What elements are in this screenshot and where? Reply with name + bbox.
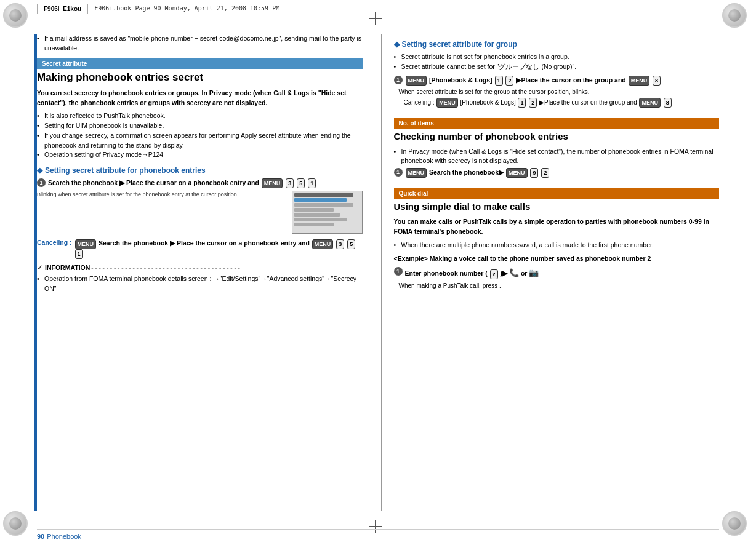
menu-key: MENU: [262, 178, 283, 188]
page-number: 90: [37, 533, 44, 540]
feature-bullets: It is also reflected to PushTalk phonebo…: [37, 111, 363, 160]
divider-2: [394, 183, 720, 183]
items-step-1-content: MENU Search the phonebook▶ MENU 9 2: [405, 168, 720, 178]
information-section: ✓ INFORMATION - - - - - - - - - - - - - …: [37, 264, 363, 294]
quick-bullet-1: When there are multiple phone numbers sa…: [394, 241, 720, 250]
quick-step-number-1: 1: [394, 267, 403, 276]
step-1-text: Search the phonebook: [48, 179, 118, 186]
quick-note: When making a PushTalk call, press .: [394, 282, 720, 290]
top-border: [34, 30, 722, 30]
when-text: When secret attribute is set for the gro…: [399, 89, 590, 95]
info-header: ✓ INFORMATION - - - - - - - - - - - - - …: [37, 264, 363, 272]
setting-group-heading: Setting secret attribute for group: [394, 40, 720, 49]
quick-step-text: Enter phonebook number (: [405, 269, 488, 277]
setting-phonebook-heading: Setting secret attribute for phonebook e…: [37, 166, 363, 175]
group-step-text2: ▶Place the cursor on the group and: [516, 76, 627, 84]
key-1: 1: [308, 178, 316, 188]
quick-step-1-row: 1 Enter phonebook number ( 2 )▶ 📞 or 📷: [394, 267, 720, 279]
body-text-1: You can set secrecy to phonebook entries…: [37, 89, 363, 108]
header-tab: F906i_E1kou: [37, 4, 88, 14]
quick-bullets: When there are multiple phone numbers sa…: [394, 241, 720, 250]
canceling-text: Search the phonebook: [99, 239, 168, 247]
items-key-2: 2: [541, 168, 549, 178]
items-menu-key: MENU: [406, 168, 427, 178]
group-bullets: Secret attribute is not set for phoneboo…: [394, 52, 720, 72]
cancel-key-5: 5: [347, 239, 355, 249]
camera-icon: 📷: [529, 268, 539, 277]
group-step-text: [Phonebook & Logs]: [429, 76, 494, 84]
items-step-number-1: 1: [394, 168, 403, 177]
screenshot-thumbnail: [292, 191, 362, 229]
checking-number-heading: Checking number of phonebook entries: [394, 131, 720, 142]
group-step-number-1: 1: [394, 76, 403, 84]
group-menu-key: MENU: [406, 76, 427, 86]
group-step-1-row: 1 MENU [Phonebook & Logs] 1 2 ▶Place the…: [394, 76, 720, 86]
step-1-content: Search the phonebook ▶ Place the cursor …: [48, 178, 363, 188]
arrow-1: ▶: [119, 179, 124, 186]
info-dashes: - - - - - - - - - - - - - - - - - - - - …: [91, 265, 240, 271]
group-key-2: 2: [505, 76, 513, 86]
cancel-key-1: 1: [75, 249, 83, 259]
canceling-content: MENU Search the phonebook ▶ Place the cu…: [74, 239, 363, 258]
right-column: Setting secret attribute for group Secre…: [381, 34, 720, 511]
canceling-arrow: ▶: [170, 239, 175, 247]
group-bullet-1: Secret attribute is not set for phoneboo…: [394, 52, 720, 62]
group-step-1-content: MENU [Phonebook & Logs] 1 2 ▶Place the c…: [405, 76, 720, 86]
group-key-1: 1: [495, 76, 503, 86]
left-column: If a mail address is saved as "mobile ph…: [37, 34, 366, 511]
no-of-items-header: No. of items: [394, 118, 720, 129]
group-key-8: 8: [653, 76, 661, 86]
items-step-1-row: 1 MENU Search the phonebook▶ MENU 9 2: [394, 168, 720, 178]
quick-dial-heading: Using simple dial to make calls: [394, 201, 720, 212]
key-3: 3: [286, 178, 294, 188]
corner-decoration-br: [722, 511, 753, 542]
when-note: When secret attribute is set for the gro…: [394, 88, 720, 97]
cancel-group-text2: ▶Place the cursor on the group and: [539, 98, 638, 105]
cancel-key-3: 3: [336, 239, 344, 249]
items-step-text: Search the phonebook▶: [429, 169, 504, 176]
cancel-menu-key2: MENU: [312, 239, 334, 249]
cancel-group-key-1: 1: [518, 98, 526, 108]
quick-step-text2: )▶: [501, 269, 508, 277]
group-menu-key2: MENU: [629, 76, 650, 86]
page-category: Phonebook: [47, 533, 81, 540]
annotation-text: Blinking when secret attribute is set fo…: [37, 191, 289, 199]
phone-icon: 📞: [509, 268, 519, 277]
canceling-group-note: Canceling : MENU [Phonebook & Logs] 1 2 …: [394, 98, 720, 108]
info-label: INFORMATION: [45, 264, 90, 271]
items-body: In Privacy mode (when Call & Logs is "Hi…: [394, 147, 720, 167]
cancel-group-key-2: 2: [529, 98, 537, 108]
cancel-group-key-8: 8: [664, 98, 672, 108]
group-bullet-2: Secret attribute cannot be set for "グループ…: [394, 62, 720, 72]
step-1-row: 1 Search the phonebook ▶ Place the curso…: [37, 178, 363, 188]
cancel-group-text: [Phonebook & Logs]: [460, 98, 518, 105]
canceling-label: Canceling :: [37, 239, 72, 246]
canceling-text2: Place the cursor on a phonebook entry an…: [177, 239, 312, 247]
header-filename: F906i.book Page 90 Monday, April 21, 200…: [94, 5, 279, 12]
key-5: 5: [297, 178, 305, 188]
page-header: F906i_E1kou F906i.book Page 90 Monday, A…: [0, 0, 756, 17]
page-container: F906i_E1kou F906i.book Page 90 Monday, A…: [0, 0, 756, 545]
annotation-area: Blinking when secret attribute is set fo…: [37, 191, 363, 234]
quick-step-1-content: Enter phonebook number ( 2 )▶ 📞 or 📷: [405, 267, 720, 279]
bullet-item-2: Setting for UIM phonebook is unavailable…: [37, 121, 363, 131]
secret-attribute-header: Secret attribute: [37, 58, 363, 69]
quick-key-2: 2: [490, 269, 498, 279]
divider-1: [394, 113, 720, 113]
step-1-text2: Place the cursor on a phonebook entry an…: [126, 179, 261, 186]
step-number-1: 1: [37, 178, 46, 187]
cancel-group-menu2: MENU: [639, 98, 661, 108]
quick-dial-header: Quick dial: [394, 188, 720, 199]
quick-body: You can make calls or PushTalk calls by …: [394, 217, 720, 237]
cancel-menu-key: MENU: [75, 239, 97, 249]
bullet-item-1: It is also reflected to PushTalk phonebo…: [37, 111, 363, 121]
intro-bullet: If a mail address is saved as "mobile ph…: [37, 34, 363, 54]
info-bullet: Operation from FOMA terminal phonebook d…: [37, 274, 363, 294]
main-content: If a mail address is saved as "mobile ph…: [37, 34, 719, 511]
cancel-group-menu: MENU: [436, 98, 458, 108]
bottom-border: [34, 517, 722, 517]
items-menu-key2: MENU: [506, 168, 528, 178]
quick-note-text: When making a PushTalk call, press .: [399, 282, 501, 289]
example-heading: <Example> Making a voice call to the pho…: [394, 254, 720, 264]
bullet-item-4: Operation setting of Privacy mode→P124: [37, 150, 363, 160]
